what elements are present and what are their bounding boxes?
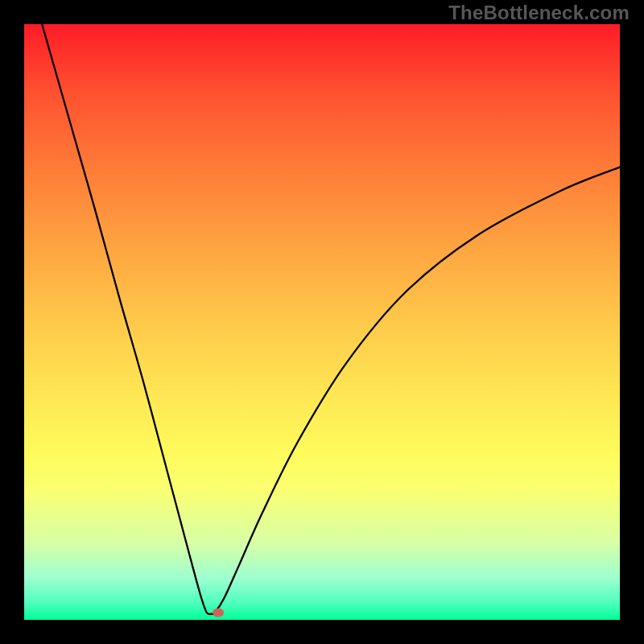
plot-area [24,24,620,620]
curve-svg [24,24,620,620]
chart-frame: TheBottleneck.com [0,0,644,644]
watermark-text: TheBottleneck.com [448,2,630,24]
bottleneck-curve [42,24,620,614]
